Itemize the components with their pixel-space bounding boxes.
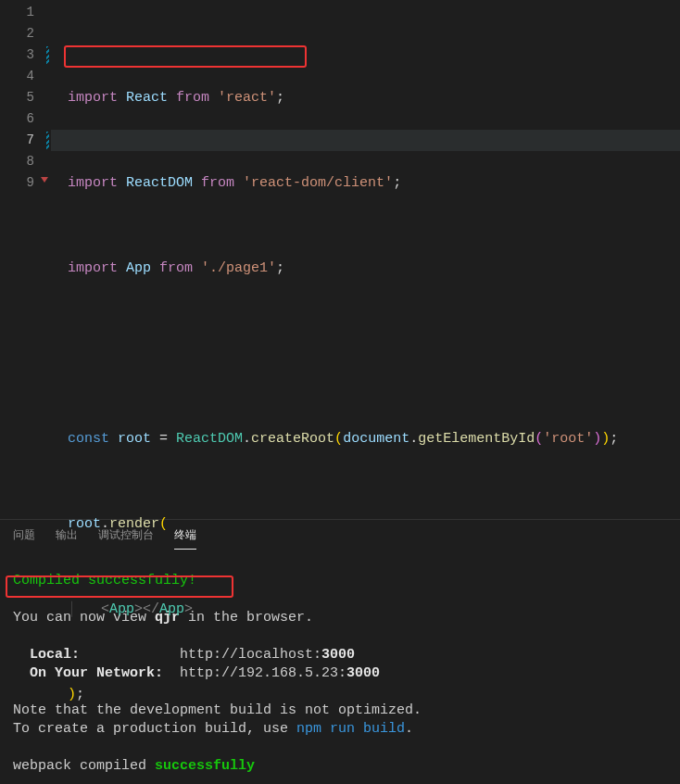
code-line: │ <App></App> <box>51 599 680 620</box>
diff-marker-icon <box>46 132 49 149</box>
line-number: 9 <box>0 172 51 194</box>
line-number: 4 <box>0 66 51 87</box>
active-line-highlight <box>51 130 680 151</box>
line-number: 2 <box>0 23 51 44</box>
code-line: import App from './page1'; <box>51 258 680 279</box>
line-number: 1 <box>0 2 51 23</box>
line-number: 3 <box>0 44 51 66</box>
line-number-gutter: 1 2 3 4 5 6 7 8 9 <box>0 0 51 519</box>
line-number: 5 <box>0 87 51 108</box>
fold-arrow-icon[interactable] <box>41 177 48 183</box>
line-number: 7 <box>0 130 51 151</box>
tab-problems[interactable]: 问题 <box>13 527 35 550</box>
diff-marker-icon <box>46 46 49 64</box>
code-editor[interactable]: 1 2 3 4 5 6 7 8 9 import React from 'rea… <box>0 0 680 519</box>
code-line: root.render( <box>51 513 680 535</box>
code-line: ); <box>51 684 680 705</box>
code-line <box>51 343 680 364</box>
code-line: import React from 'react'; <box>51 87 680 108</box>
code-line: import ReactDOM from 'react-dom/client'; <box>51 172 680 194</box>
code-line <box>51 769 680 784</box>
line-number: 6 <box>0 108 51 130</box>
code-line: const root = ReactDOM.createRoot(documen… <box>51 428 680 449</box>
code-content[interactable]: import React from 'react'; import ReactD… <box>51 0 680 519</box>
line-number: 8 <box>0 151 51 172</box>
